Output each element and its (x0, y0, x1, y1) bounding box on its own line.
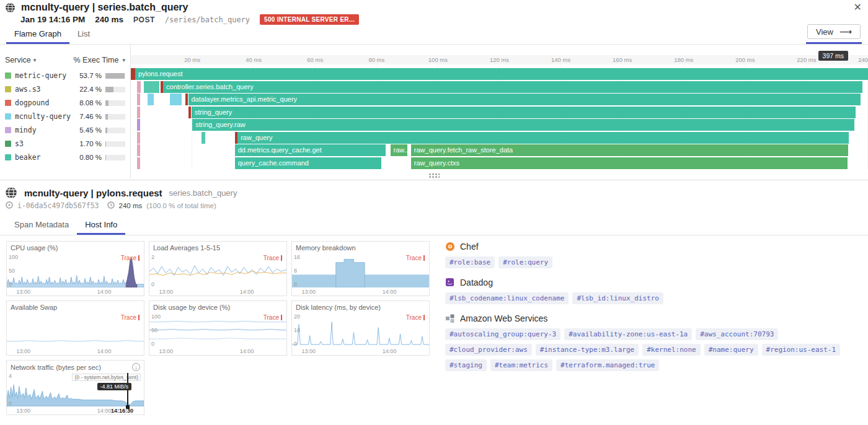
flame-span[interactable]: string_query.raw (192, 119, 854, 131)
flame-span-fragment[interactable] (170, 94, 182, 105)
service-color-swatch (5, 127, 11, 133)
page-title: mcnulty-query | series.batch_query (21, 2, 188, 13)
tag-section: Amazon Web Services#autoscaling_group:qu… (445, 313, 862, 371)
flame-row: controller.series.batch_query (131, 81, 868, 93)
flame-rows: pylons.requestcontroller.series.batch_qu… (131, 64, 868, 169)
span-tabs: Span Metadata Host Info (0, 216, 868, 235)
flame-span[interactable]: query_cache.command (235, 157, 382, 169)
trace-link[interactable]: Trace (406, 255, 425, 261)
chart-legend: (0 - system.net.bytes_sent) (72, 374, 141, 381)
tag-pill[interactable]: #autoscaling_group:query-3 (445, 328, 560, 340)
trace-link[interactable]: Trace (264, 314, 282, 321)
tag-pill[interactable]: #instance-type:m3.large (536, 344, 639, 356)
chart-plot[interactable]: 10050013:0014:00Trace (7, 254, 144, 296)
chart-panel: Available Swap13:0014:00Trace (6, 300, 144, 356)
trace-link[interactable]: Trace (121, 314, 140, 321)
chart-title-bar: Load Averages 1-5-15 (149, 242, 286, 252)
sort-caret-icon[interactable]: ▾ (122, 57, 125, 63)
service-name: beaker (15, 153, 71, 162)
trace-link[interactable]: Trace (406, 314, 425, 321)
service-exec-bar (105, 114, 125, 120)
tag-pill[interactable]: #staging (445, 359, 487, 371)
tag-pill[interactable]: #kernel:none (642, 344, 700, 356)
flame-span-fragment[interactable] (137, 157, 140, 169)
chart-title-bar: Network traffic (bytes per sec)↓ (7, 361, 144, 371)
flame-span[interactable]: dd.metrics.query_cache.get (235, 144, 386, 156)
close-icon[interactable]: ✕ (854, 2, 862, 12)
service-row[interactable]: mindy5.45 % (0, 123, 130, 137)
host-info-content: CPU usage (%)10050013:0014:00TraceLoad A… (0, 235, 868, 421)
service-row[interactable]: mcnulty-query7.46 % (0, 110, 130, 123)
service-row[interactable]: aws.s322.4 % (0, 82, 130, 96)
tag-pills: #role:base#role:query (445, 256, 862, 268)
flame-row: query_cache.commandraw_query.ctxs (131, 157, 868, 169)
tag-pill[interactable]: #region:us-east-1 (762, 344, 841, 356)
chart-plot[interactable]: 4013:0014:0014:16:30(0 - system.net.byte… (7, 373, 144, 414)
chevron-down-icon[interactable]: ▾ (33, 57, 37, 63)
view-button[interactable]: View ⟶ (807, 24, 861, 39)
chart-plot[interactable]: 168013:0014:00Trace (292, 254, 429, 296)
tag-section: Chef#role:base#role:query (445, 242, 862, 268)
aws-icon (445, 313, 455, 323)
tag-pill[interactable]: #role:query (498, 256, 552, 268)
trace-link[interactable]: Trace (264, 255, 282, 261)
tag-pill[interactable]: #team:metrics (490, 359, 552, 371)
flame-span[interactable]: raw_query.fetch_raw_store_data (411, 144, 848, 156)
view-tabs: Flame Graph List View ⟶ (0, 26, 868, 45)
flame-span[interactable]: raw_query (237, 132, 849, 144)
tag-pill[interactable]: #role:base (445, 256, 495, 268)
download-icon[interactable]: ↓ (132, 363, 140, 371)
tag-pill[interactable]: #availability-zone:us-east-1a (564, 328, 692, 340)
service-row[interactable]: beaker0.80 % (0, 151, 130, 164)
service-row[interactable]: dogpound8.08 % (0, 96, 130, 110)
flame-span-label: string_query (192, 108, 232, 116)
chart-panel: Network traffic (bytes per sec)↓4013:001… (6, 360, 144, 415)
tab-flame-graph[interactable]: Flame Graph (6, 25, 69, 44)
tag-pill[interactable]: #lsb_id:linux_distro (572, 292, 663, 304)
service-row[interactable]: s31.70 % (0, 137, 130, 151)
flame-span[interactable]: pylons.request (135, 68, 868, 80)
flame-span-fragment[interactable] (202, 132, 205, 144)
host-id[interactable]: i-06da5c497db567f53 (17, 201, 99, 210)
flame-span-fragment[interactable] (148, 94, 154, 105)
globe-icon (5, 2, 16, 13)
tag-pill[interactable]: #cloud_provider:aws (445, 344, 532, 356)
span-title: mcnulty-query | pylons.request (24, 188, 162, 198)
flame-row: string_query.raw (131, 119, 868, 131)
service-color-swatch (5, 141, 11, 147)
x-axis-label: 14:00 (383, 348, 397, 354)
flame-span-fragment[interactable] (137, 119, 140, 131)
flame-span[interactable]: string_query (192, 107, 856, 118)
flame-span-fragment[interactable] (137, 132, 140, 144)
tag-pill[interactable]: #lsb_codename:linux_codename (445, 292, 569, 304)
flame-span-fragment[interactable] (137, 144, 140, 156)
tag-pill[interactable]: #aws_account:70793 (696, 328, 778, 340)
flame-span-fragment[interactable] (137, 107, 140, 118)
trace-header: mcnulty-query | series.batch_query ✕ Jan… (0, 0, 868, 45)
flame-span[interactable]: raw_query.ctxs (411, 157, 848, 169)
service-exec-bar (105, 100, 125, 106)
chart-title-bar: Memory breakdown (292, 242, 429, 252)
chart-plot[interactable]: 13:0014:00Trace (7, 313, 144, 355)
chart-plot[interactable]: 2013:0014:00Trace (149, 254, 286, 296)
tab-span-metadata[interactable]: Span Metadata (6, 216, 77, 235)
x-axis-label: 13:00 (159, 289, 173, 295)
flame-span-fragment[interactable] (144, 81, 159, 93)
tab-host-info[interactable]: Host Info (77, 216, 125, 235)
flame-span[interactable]: controller.series.batch_query (163, 81, 862, 93)
chart-title-bar: CPU usage (%) (7, 242, 144, 252)
resize-handle[interactable] (428, 173, 440, 178)
chart-plot[interactable]: 2010013:0014:00Trace (292, 313, 429, 355)
tag-pill[interactable]: #name:query (704, 344, 758, 356)
trace-link[interactable]: Trace (121, 255, 140, 261)
chart-plot[interactable]: 10050013:0014:00Trace (149, 313, 286, 355)
datadog-icon (445, 278, 455, 287)
flame-span[interactable]: datalayer.metrics_api.metric_query (188, 94, 861, 105)
tag-pill[interactable]: #terraform.managed:true (556, 359, 659, 371)
service-row[interactable]: metric-query53.7 % (0, 69, 130, 82)
tab-list[interactable]: List (69, 25, 98, 44)
flame-span-fragment[interactable] (137, 94, 140, 105)
flame-span[interactable]: raw... (391, 144, 407, 156)
flame-span-fragment[interactable] (137, 81, 141, 93)
service-panel: Service ▾ % Exec Time ▾ metric-query53.7… (0, 45, 131, 178)
